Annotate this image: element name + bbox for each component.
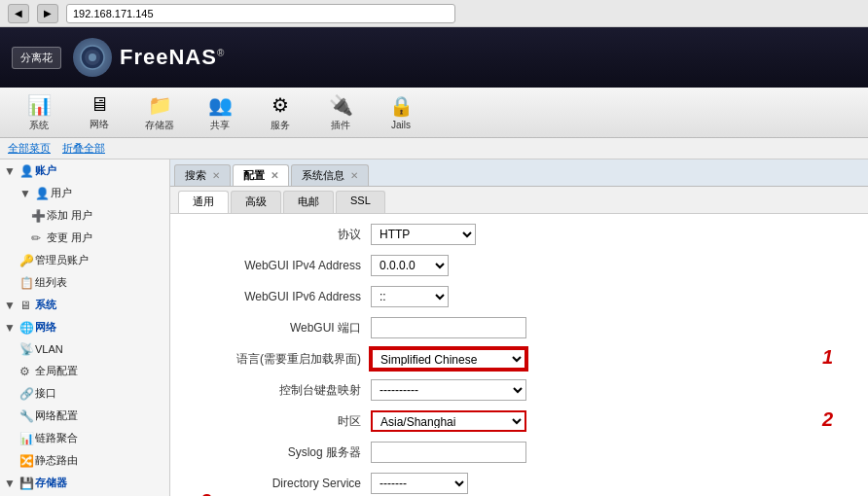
nav-jails[interactable]: 🔒 Jails (372, 90, 430, 135)
groups-icon: 📋 (19, 276, 33, 290)
content-area: 搜索 ✕ 配置 ✕ 系统信息 ✕ 通用 高级 电邮 SS (170, 159, 868, 496)
svg-point-2 (89, 53, 96, 61)
sidebar-item-edit-user[interactable]: ✏ 变更 用户 (0, 227, 169, 249)
ipv6-select[interactable]: :: (371, 286, 449, 307)
nav-sharing[interactable]: 👥 共享 (191, 90, 249, 135)
tab-bar: 搜索 ✕ 配置 ✕ 系统信息 ✕ (170, 159, 868, 187)
tab-config-label: 配置 (243, 168, 265, 183)
nav-storage[interactable]: 📁 存储器 (130, 90, 189, 135)
directory-control: ------- (371, 473, 468, 494)
syslog-input[interactable] (371, 442, 526, 463)
expand-icon-sys: ▼ (4, 299, 18, 312)
sidebar-item-vlan[interactable]: 📡 VLAN (0, 338, 169, 360)
field-protocol: 协议 HTTP HTTPS HTTP+HTTPS (186, 224, 852, 245)
forward-button[interactable]: ▶ (37, 4, 58, 23)
sidebar-item-net-config[interactable]: 🔧 网络配置 (0, 405, 169, 427)
services-icon: ⚙ (271, 93, 289, 117)
field-language: 语言(需要重启加载界面) Simplified Chinese English … (186, 348, 852, 370)
field-ipv4: WebGUI IPv4 Address 0.0.0.0 (186, 255, 852, 276)
network-folder-icon: 🌐 (19, 321, 33, 335)
tab-search-close[interactable]: ✕ (212, 170, 220, 181)
add-user-label: 添加 用户 (47, 208, 92, 223)
tab-sysinfo-close[interactable]: ✕ (350, 170, 358, 181)
sharing-label: 共享 (210, 119, 230, 132)
tab-search[interactable]: 搜索 ✕ (174, 164, 231, 186)
sidebar-item-routes[interactable]: 🔀 静态路由 (0, 449, 169, 472)
lagg-label: 链路聚合 (35, 431, 78, 445)
tab-sysinfo[interactable]: 系统信息 ✕ (291, 164, 369, 186)
collapse-all-link[interactable]: 折叠全部 (62, 141, 105, 156)
syslog-label: Syslog 服务器 (186, 444, 361, 461)
subtab-ssl[interactable]: SSL (336, 191, 385, 213)
sharing-icon: 👥 (208, 93, 233, 117)
freenas-logo-text: FreeNAS® (120, 45, 225, 70)
system-icon: 📊 (27, 93, 52, 117)
system-folder-icon: 🖥 (19, 299, 33, 312)
port-input[interactable] (371, 317, 526, 338)
tab-sysinfo-label: 系统信息 (302, 168, 344, 183)
field-syslog: Syslog 服务器 (186, 442, 852, 463)
users-label: 用户 (51, 186, 72, 200)
keyboard-select[interactable]: ---------- (371, 379, 526, 401)
network-label: 网络 (90, 118, 109, 131)
language-select[interactable]: Simplified Chinese English (371, 348, 526, 370)
sidebar-item-lagg[interactable]: 📊 链路聚合 (0, 427, 169, 449)
expand-icon-users: ▼ (19, 187, 33, 200)
ipv6-control: :: (371, 286, 449, 307)
global-config-icon: ⚙ (19, 365, 33, 378)
sidebar-item-interface[interactable]: 🔗 接口 (0, 382, 169, 405)
ipv4-select[interactable]: 0.0.0.0 (371, 255, 449, 276)
tab-config[interactable]: 配置 ✕ (233, 164, 289, 186)
expand-icon-net: ▼ (4, 321, 18, 335)
accounts-label: 账户 (35, 163, 56, 178)
sidebar-item-add-user[interactable]: ➕ 添加 用户 (0, 204, 169, 227)
directory-select[interactable]: ------- (371, 473, 468, 494)
timezone-select[interactable]: Asia/Shanghai UTC (371, 410, 526, 432)
nav-services[interactable]: ⚙ 服务 (251, 90, 309, 135)
nav-system[interactable]: 📊 系统 (10, 90, 68, 135)
sidebar-section-storage[interactable]: ▼ 💾 存储器 (0, 472, 169, 494)
annotation-1: 1 (822, 346, 833, 369)
tab-config-close[interactable]: ✕ (271, 170, 278, 181)
plugins-label: 插件 (331, 119, 350, 132)
nav-toolbar: 📊 系统 🖥 网络 📁 存储器 👥 共享 ⚙ 服务 🔌 插件 🔒 Jails (0, 88, 868, 138)
interface-icon: 🔗 (19, 387, 33, 401)
storage-icon: 📁 (148, 93, 172, 117)
sidebar-item-admin-account[interactable]: 🔑 管理员账户 (0, 249, 169, 271)
network-label: 网络 (35, 320, 56, 335)
address-bar[interactable] (66, 4, 455, 23)
user-folder-icon: 👤 (35, 187, 49, 200)
vlan-label: VLAN (35, 343, 63, 355)
protocol-label: 协议 (186, 227, 361, 243)
syslog-control (371, 442, 526, 463)
storage-folder-icon: 💾 (19, 477, 33, 490)
nav-network[interactable]: 🖥 网络 (70, 90, 128, 135)
system-label: 系统 (35, 298, 56, 312)
subtab-advanced[interactable]: 高级 (231, 191, 281, 213)
subtab-general[interactable]: 通用 (178, 191, 229, 213)
jails-label: Jails (391, 120, 411, 130)
main-layout: ▼ 👤 账户 ▼ 👤 用户 ➕ 添加 用户 ✏ 变更 用户 (0, 159, 868, 496)
sidebar-section-system[interactable]: ▼ 🖥 系统 (0, 294, 169, 316)
field-ipv6: WebGUI IPv6 Address :: (186, 286, 852, 307)
sidebar-item-groups[interactable]: 📋 组列表 (0, 271, 169, 294)
timezone-control: Asia/Shanghai UTC (371, 410, 526, 432)
freenas-logo-icon (73, 38, 112, 77)
subtab-email[interactable]: 电邮 (283, 191, 334, 213)
keyboard-label: 控制台键盘映射 (186, 382, 361, 399)
sidebar-item-users[interactable]: ▼ 👤 用户 (0, 182, 169, 204)
sidebar-section-network[interactable]: ▼ 🌐 网络 (0, 316, 169, 338)
language-label: 语言(需要重启加载界面) (186, 351, 361, 368)
sidebar-section-accounts[interactable]: ▼ 👤 账户 (0, 159, 169, 182)
tab-search-label: 搜索 (185, 168, 206, 183)
field-keyboard: 控制台键盘映射 ---------- (186, 379, 852, 401)
nav-plugins[interactable]: 🔌 插件 (311, 90, 370, 135)
all-tabs-link[interactable]: 全部菜页 (8, 141, 51, 156)
protocol-select[interactable]: HTTP HTTPS HTTP+HTTPS (371, 224, 476, 245)
sub-tab-bar: 通用 高级 电邮 SSL (170, 187, 868, 214)
sidebar-item-global-config[interactable]: ⚙ 全局配置 (0, 360, 169, 382)
routes-icon: 🔀 (19, 454, 33, 468)
fenjie-button[interactable]: 分离花 (12, 47, 61, 69)
field-timezone: 时区 Asia/Shanghai UTC 2 (186, 410, 852, 432)
back-button[interactable]: ◀ (8, 4, 29, 23)
